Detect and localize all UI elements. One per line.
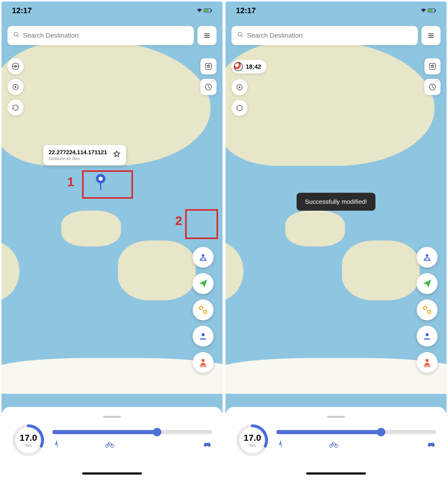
pokeball-button[interactable]	[7, 58, 24, 74]
refresh-icon	[236, 104, 243, 112]
battery-icon	[428, 8, 436, 13]
car-icon	[202, 440, 212, 448]
location-pin-icon	[423, 332, 432, 341]
timer-value: 18:42	[246, 63, 261, 70]
location-pin-icon	[199, 332, 208, 341]
hamburger-icon	[203, 32, 211, 39]
send-button[interactable]	[417, 273, 438, 294]
target-icon	[236, 83, 243, 91]
route-button[interactable]	[193, 299, 214, 320]
svg-rect-46	[424, 339, 430, 340]
search-box[interactable]	[231, 26, 418, 45]
search-input[interactable]	[247, 32, 412, 39]
home-indicator[interactable]	[306, 472, 366, 475]
bike-icon	[329, 440, 338, 449]
walk-mode-button[interactable]	[52, 440, 61, 451]
annotation-label-2: 2	[175, 214, 182, 228]
drag-handle[interactable]	[327, 416, 345, 418]
teleport-button[interactable]	[193, 247, 214, 268]
route-button[interactable]	[417, 299, 438, 320]
menu-button[interactable]	[421, 26, 441, 45]
svg-point-17	[202, 254, 205, 257]
person-pin-icon	[422, 252, 432, 262]
svg-point-3	[14, 33, 18, 36]
search-input[interactable]	[23, 32, 188, 39]
svg-point-47	[426, 359, 429, 362]
status-time: 12:17	[236, 6, 256, 15]
refresh-button[interactable]	[7, 100, 24, 116]
menu-button[interactable]	[197, 26, 217, 45]
speed-slider[interactable]	[52, 430, 212, 434]
avatar-icon	[198, 358, 208, 367]
target-button[interactable]	[7, 79, 24, 95]
wifi-icon	[197, 8, 202, 13]
hamburger-icon	[427, 32, 435, 39]
speed-slider[interactable]	[276, 430, 436, 434]
svg-point-43	[424, 306, 427, 310]
favorite-button[interactable]	[200, 58, 217, 74]
walk-icon	[52, 440, 61, 449]
speed-gauge: 17.0 m/s	[12, 424, 45, 457]
svg-point-50	[280, 441, 281, 442]
bike-icon	[105, 440, 114, 449]
svg-point-12	[15, 86, 16, 88]
coordinate-popup[interactable]: 22.277224,114.171121 Distance 43.3km	[43, 145, 126, 165]
svg-point-54	[433, 446, 434, 447]
phone-left: 12:17	[1, 1, 223, 481]
refresh-icon	[12, 104, 19, 111]
distance-text: Distance 43.3km	[49, 156, 107, 161]
favorite-star-button[interactable]	[113, 150, 121, 160]
svg-point-39	[239, 86, 240, 88]
svg-point-22	[202, 359, 205, 362]
cooldown-timer[interactable]: 18:42	[231, 60, 266, 74]
location-button[interactable]	[417, 326, 438, 347]
car-icon	[426, 440, 436, 448]
annotation-label-1: 1	[67, 175, 74, 189]
svg-point-20	[202, 333, 205, 336]
annotation-box-1	[82, 170, 133, 199]
status-icons	[197, 8, 212, 13]
favorite-button[interactable]	[424, 58, 441, 74]
location-button[interactable]	[193, 326, 214, 347]
success-toast: Successfully modified!	[297, 193, 375, 211]
svg-point-48	[424, 365, 430, 367]
car-mode-button[interactable]	[426, 440, 436, 451]
star-icon	[113, 150, 121, 158]
avatar-button[interactable]	[193, 352, 214, 373]
svg-rect-21	[200, 339, 206, 340]
target-button[interactable]	[231, 79, 248, 95]
annotation-box-2	[185, 209, 218, 239]
svg-rect-1	[204, 9, 208, 12]
search-box[interactable]	[7, 26, 194, 45]
svg-point-19	[203, 310, 207, 313]
send-button[interactable]	[193, 273, 214, 294]
history-button[interactable]	[200, 79, 217, 95]
route-icon	[422, 305, 432, 315]
paper-plane-icon	[198, 279, 208, 288]
search-icon	[13, 32, 19, 39]
home-indicator[interactable]	[82, 472, 142, 475]
pokeball-icon	[12, 62, 19, 70]
walk-mode-button[interactable]	[276, 440, 285, 451]
paper-plane-icon	[422, 279, 432, 288]
history-button[interactable]	[424, 79, 441, 95]
teleport-button[interactable]	[417, 247, 438, 268]
refresh-button[interactable]	[231, 100, 248, 116]
search-icon	[237, 32, 243, 39]
clock-icon	[429, 83, 436, 91]
svg-point-45	[426, 333, 429, 336]
bike-mode-button[interactable]	[329, 440, 338, 451]
walk-icon	[276, 440, 285, 449]
battery-icon	[204, 8, 212, 13]
svg-point-28	[205, 446, 206, 447]
wifi-icon	[421, 8, 426, 13]
car-mode-button[interactable]	[202, 440, 212, 451]
clock-icon	[205, 83, 212, 91]
speed-panel: 17.0 m/s	[225, 407, 447, 481]
speed-gauge: 17.0 m/s	[236, 424, 269, 457]
avatar-button[interactable]	[417, 352, 438, 373]
bike-mode-button[interactable]	[105, 440, 114, 451]
svg-line-34	[241, 36, 243, 37]
drag-handle[interactable]	[103, 416, 121, 418]
avatar-icon	[422, 358, 432, 367]
